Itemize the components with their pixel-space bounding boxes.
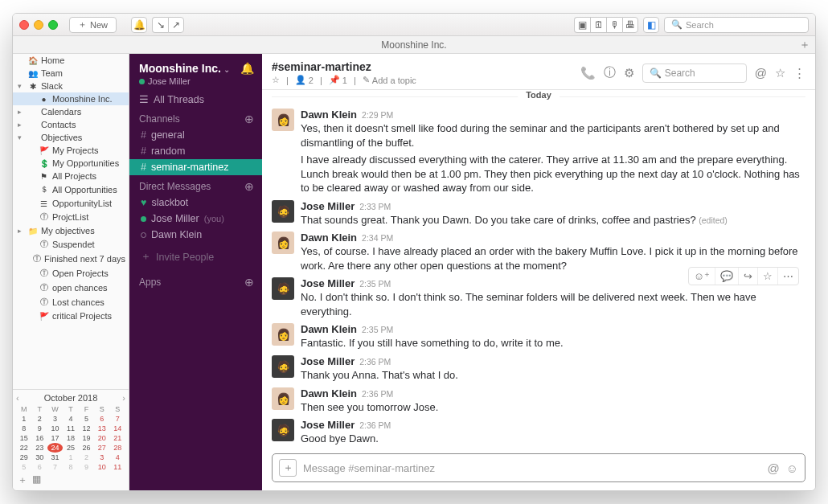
calendar-day[interactable]: 25 (63, 443, 78, 453)
calendar-day[interactable]: 11 (110, 462, 125, 472)
outline-item[interactable]: 👥Team (13, 67, 129, 80)
outline-item[interactable]: 🚩critical Projects (13, 309, 129, 322)
calendar-day[interactable]: 19 (79, 433, 94, 443)
info-icon[interactable]: ⓘ (604, 65, 616, 80)
cal-grid-icon[interactable]: ▦ (32, 473, 41, 487)
calendar-day[interactable]: 22 (16, 443, 31, 453)
attach-button[interactable]: ＋ (279, 459, 297, 477)
cal-add-icon[interactable]: ＋ (18, 473, 27, 487)
bookmark-icon[interactable]: ☆ (758, 268, 778, 285)
calendar-day[interactable]: 26 (79, 443, 94, 453)
calendar-day[interactable]: 20 (94, 433, 109, 443)
outline-item[interactable]: 💲My Opportunities (13, 157, 129, 170)
outline-item[interactable]: ⚑All Projects (13, 170, 129, 182)
add-tab-button[interactable]: ＋ (799, 38, 810, 52)
channel-item[interactable]: #random (129, 143, 262, 159)
calendar-day[interactable]: 10 (94, 462, 109, 472)
add-app-button[interactable]: ⊕ (244, 276, 254, 289)
calendar-grid[interactable]: MTWTFSS123456789101112131415161718192021… (16, 404, 125, 472)
outline-item[interactable]: ☰OpportunityList (13, 197, 129, 210)
bell-icon[interactable]: 🔔 (131, 17, 147, 33)
calendar-day[interactable]: 4 (63, 414, 78, 424)
calendar-day[interactable]: 5 (79, 414, 94, 424)
more-icon[interactable]: ⋮ (793, 66, 805, 80)
calendar-day[interactable]: 30 (31, 453, 47, 462)
minimize-window[interactable] (34, 20, 43, 30)
phone-out-icon[interactable]: ↗ (168, 17, 184, 33)
add-channel-button[interactable]: ⊕ (244, 113, 254, 125)
calendar-day[interactable]: 27 (94, 443, 109, 453)
calendar-day[interactable]: 11 (63, 424, 78, 433)
outline-item[interactable]: ▸📁My objectives (13, 224, 129, 237)
calendar-day[interactable]: 7 (110, 414, 125, 424)
phone-in-icon[interactable]: ↘ (152, 17, 168, 33)
cal-next[interactable]: › (122, 393, 125, 403)
calendar-day[interactable]: 16 (31, 433, 47, 443)
outline-item[interactable]: ⓉLost chances (13, 295, 129, 309)
calendar-day[interactable]: 8 (63, 462, 78, 472)
outline-item[interactable]: ▾✱Slack (13, 80, 129, 92)
calendar-day[interactable]: 28 (110, 443, 125, 453)
settings-icon[interactable]: ⚙ (624, 66, 634, 80)
calendar-day[interactable]: 14 (110, 424, 125, 433)
add-topic[interactable]: ✎ Add a topic (363, 75, 416, 85)
cal-prev[interactable]: ‹ (16, 393, 19, 403)
emoji-icon[interactable]: ☺ (786, 461, 798, 475)
calendar-day[interactable]: 9 (31, 424, 47, 433)
channel-item[interactable]: #general (129, 127, 262, 143)
thread-icon[interactable]: 💬 (715, 268, 739, 285)
outline-item[interactable]: 🚩My Projects (13, 144, 129, 157)
message-composer[interactable]: ＋ Message #seminar-martinez @ ☺ (272, 453, 805, 482)
calendar-day[interactable]: 2 (79, 453, 94, 462)
message-list[interactable]: 👩Dawn Klein2:29 PMYes, then it doesn't s… (262, 90, 815, 449)
calendar-day[interactable]: 8 (16, 424, 31, 433)
outline-item[interactable]: ⓉOpen Projects (13, 266, 129, 281)
calendar-day[interactable]: 15 (16, 433, 31, 443)
calendar-day[interactable]: 23 (31, 443, 47, 453)
star-icon[interactable]: ☆ (272, 75, 280, 85)
print-icon[interactable]: 🖶 (622, 17, 638, 33)
notifications-icon[interactable]: 🔔 (240, 62, 254, 75)
outline-item[interactable]: ⓉProjctList (13, 210, 129, 224)
calendar-day[interactable]: 9 (79, 462, 94, 472)
outline-item[interactable]: ▾Objectives (13, 131, 129, 144)
toolbar-search[interactable]: 🔍 Search (664, 17, 809, 33)
pin-count[interactable]: 📌 1 (329, 75, 347, 85)
add-dm-button[interactable]: ⊕ (244, 180, 254, 193)
calendar-day[interactable]: 18 (63, 433, 78, 443)
calendar-day[interactable]: 17 (47, 433, 63, 443)
close-window[interactable] (19, 20, 29, 30)
calendar-day[interactable]: 6 (31, 462, 47, 472)
all-threads[interactable]: ☰ All Threads (129, 91, 262, 108)
share-icon[interactable]: ↪ (739, 268, 758, 285)
sidebar-toggle-icon[interactable]: ◧ (643, 17, 659, 33)
calendar-day[interactable]: 3 (47, 414, 63, 424)
outline-item[interactable]: ＄All Opportunities (13, 182, 129, 197)
calendar-day[interactable]: 12 (79, 424, 94, 433)
calendar-day[interactable]: 1 (63, 453, 78, 462)
calendar-day[interactable]: 5 (16, 462, 31, 472)
calendar-day[interactable]: 24 (47, 443, 63, 453)
outline-item[interactable]: ●Moonshine Inc. (13, 92, 129, 105)
dm-item[interactable]: ♥slackbot (129, 195, 262, 211)
channel-search[interactable]: 🔍 Search (642, 64, 747, 83)
dm-item[interactable]: Dawn Klein (129, 227, 262, 243)
inbox-icon[interactable]: ▣ (574, 17, 590, 33)
mention-icon[interactable]: @ (767, 461, 779, 475)
star-channel-icon[interactable]: ☆ (775, 66, 785, 80)
outline-item[interactable]: 🏠Home (13, 54, 129, 67)
calendar-day[interactable]: 21 (110, 433, 125, 443)
calendar-day[interactable]: 29 (16, 453, 31, 462)
mentions-icon[interactable]: @ (755, 66, 767, 80)
new-button[interactable]: ＋ New (69, 17, 117, 33)
dm-item[interactable]: Jose Miller (you) (129, 211, 262, 227)
calendar-day[interactable]: 31 (47, 453, 63, 462)
outline-item[interactable]: Ⓣopen chances (13, 281, 129, 295)
calendar-day[interactable]: 3 (94, 453, 109, 462)
channel-item[interactable]: #seminar-martinez (129, 159, 262, 175)
mic-icon[interactable]: 🎙 (606, 17, 622, 33)
calendar-day[interactable]: 4 (110, 453, 125, 462)
outline-item[interactable]: ⓉFinished next 7 days (13, 252, 129, 266)
workspace-header[interactable]: Moonshine Inc. ⌄ Jose Miller 🔔 (129, 54, 262, 91)
zoom-window[interactable] (48, 20, 58, 30)
